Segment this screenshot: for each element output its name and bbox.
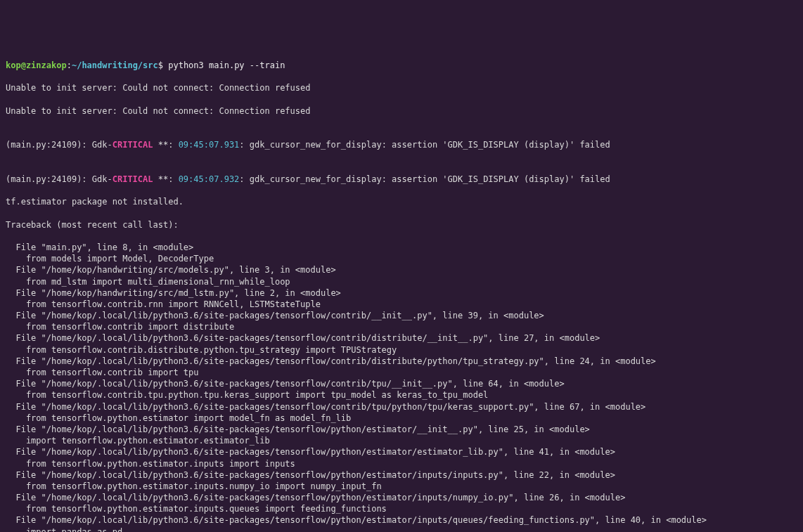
gdk-message: : gdk_cursor_new_for_display: assertion … (239, 140, 610, 150)
traceback-line: from tensorflow.contrib.rnn import RNNCe… (6, 299, 797, 310)
tf-estimator-warning: tf.estimator package not installed. (6, 196, 797, 207)
gdk-critical-label: CRITICAL (113, 140, 153, 150)
traceback-line: File "/home/kop/.local/lib/python3.6/sit… (6, 446, 797, 458)
traceback-line: File "/home/kop/handwriting/src/md_lstm.… (6, 287, 797, 299)
traceback-line: File "/home/kop/.local/lib/python3.6/sit… (6, 401, 797, 413)
traceback-line: from tensorflow.python.estimator import … (6, 413, 797, 424)
traceback-header: Traceback (most recent call last): (6, 219, 797, 231)
prompt-path: ~/handwriting/src (72, 60, 158, 70)
traceback-line: File "/home/kop/.local/lib/python3.6/sit… (6, 378, 797, 389)
traceback-line: File "/home/kop/.local/lib/python3.6/sit… (6, 356, 797, 367)
traceback-line: File "/home/kop/.local/lib/python3.6/sit… (6, 310, 797, 321)
traceback-line: File "/home/kop/.local/lib/python3.6/sit… (6, 492, 797, 503)
traceback-line: from tensorflow.contrib.tpu.python.tpu.k… (6, 389, 797, 401)
traceback-line: File "/home/kop/handwriting/src/models.p… (6, 264, 797, 275)
traceback-line: from tensorflow.contrib import tpu (6, 367, 797, 378)
prompt-line-1: kop@zinzakop:~/handwriting/src$ python3 … (6, 60, 797, 71)
gdk-critical-line: (main.py:24109): Gdk-CRITICAL **: 09:45:… (6, 174, 797, 185)
traceback-line: from md_lstm import multi_dimensional_rn… (6, 276, 797, 287)
traceback-line: from tensorflow.python.estimator.inputs … (6, 458, 797, 469)
gdk-critical-line: (main.py:24109): Gdk-CRITICAL **: 09:45:… (6, 139, 797, 150)
gdk-sep: **: (153, 140, 179, 150)
traceback-line: File "main.py", line 8, in <module> (6, 242, 797, 253)
traceback-line: from models import Model, DecoderType (6, 253, 797, 264)
traceback-line: File "/home/kop/.local/lib/python3.6/sit… (6, 514, 797, 526)
terminal-output[interactable]: kop@zinzakop:~/handwriting/src$ python3 … (6, 48, 797, 532)
gdk-timestamp: 09:45:07.931 (179, 140, 240, 150)
gdk-prefix: (main.py:24109): Gdk- (6, 174, 113, 184)
stderr-line: Unable to init server: Could not connect… (6, 105, 797, 117)
command-text: python3 main.py --train (168, 60, 285, 70)
stderr-line: Unable to init server: Could not connect… (6, 82, 797, 93)
gdk-sep: **: (153, 174, 179, 184)
traceback-line: File "/home/kop/.local/lib/python3.6/sit… (6, 424, 797, 435)
traceback-line: File "/home/kop/.local/lib/python3.6/sit… (6, 469, 797, 481)
gdk-prefix: (main.py:24109): Gdk- (6, 140, 113, 150)
traceback-line: import tensorflow.python.estimator.estim… (6, 435, 797, 446)
traceback-line: import pandas as pd (6, 526, 797, 532)
prompt-dollar: $ (158, 60, 168, 70)
prompt-sep: : (67, 60, 72, 70)
gdk-timestamp: 09:45:07.932 (179, 174, 240, 184)
traceback-line: from tensorflow.contrib.distribute.pytho… (6, 344, 797, 356)
traceback-line: from tensorflow.python.estimator.inputs.… (6, 481, 797, 492)
traceback-line: from tensorflow.python.estimator.inputs.… (6, 503, 797, 514)
traceback-line: from tensorflow.contrib import distribut… (6, 321, 797, 332)
gdk-message: : gdk_cursor_new_for_display: assertion … (239, 174, 610, 184)
gdk-critical-label: CRITICAL (113, 174, 153, 184)
prompt-user: kop@zinzakop (6, 60, 67, 70)
traceback-line: File "/home/kop/.local/lib/python3.6/sit… (6, 332, 797, 344)
traceback-body: File "main.py", line 8, in <module> from… (6, 242, 797, 532)
